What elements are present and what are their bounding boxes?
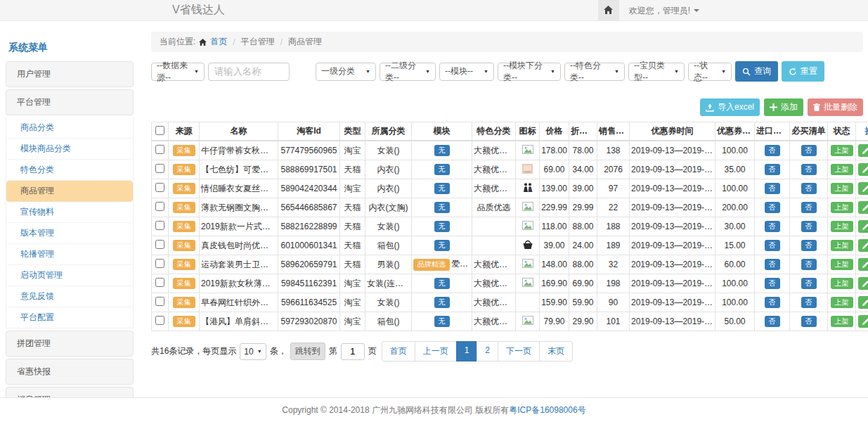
feature-category-filter[interactable]: --特色分类--	[564, 63, 625, 81]
must-buy-toggle[interactable]: 否	[801, 240, 817, 252]
reset-button[interactable]: 重置	[782, 61, 824, 82]
jump-button[interactable]: 跳转到	[290, 343, 325, 360]
edit-button[interactable]	[858, 277, 868, 290]
import-select-toggle[interactable]: 否	[765, 164, 780, 176]
row-checkbox[interactable]	[155, 316, 164, 325]
pager-item[interactable]: 末页	[539, 341, 573, 362]
pager-item[interactable]: 下一页	[498, 341, 540, 362]
status-badge[interactable]: 上架	[831, 297, 853, 309]
row-checkbox[interactable]	[155, 164, 164, 173]
edit-button[interactable]	[858, 296, 868, 309]
import-select-toggle[interactable]: 否	[765, 145, 780, 157]
coupon-time: 2019-09-13—2019-09-17	[630, 293, 715, 312]
sidebar-group[interactable]: 用户管理	[6, 61, 134, 87]
home-button[interactable]	[598, 0, 619, 21]
edit-button[interactable]	[858, 258, 868, 271]
must-buy-toggle[interactable]: 否	[801, 278, 817, 290]
must-buy-toggle[interactable]: 否	[801, 221, 817, 233]
status-badge[interactable]: 上架	[831, 316, 853, 328]
sidebar-group[interactable]: 平台管理	[6, 89, 134, 115]
name-search-input[interactable]	[208, 63, 290, 81]
edit-button[interactable]	[858, 182, 868, 195]
must-buy-toggle[interactable]: 否	[801, 316, 817, 328]
module-filter[interactable]: --模块--	[439, 63, 494, 81]
row-checkbox[interactable]	[155, 259, 164, 268]
import-select-toggle[interactable]: 否	[765, 297, 780, 309]
sidebar-sub-item[interactable]: 商品分类	[6, 117, 133, 139]
row-checkbox[interactable]	[155, 278, 164, 287]
column-header: 名称	[200, 122, 278, 141]
sidebar-group[interactable]: 拼团管理	[6, 331, 134, 357]
sidebar-sub-item[interactable]: 意见反馈	[6, 286, 133, 307]
status-badge[interactable]: 上架	[831, 202, 853, 214]
add-button[interactable]: 添加	[764, 98, 803, 116]
page-current[interactable]: 1	[456, 341, 478, 362]
pager-item[interactable]: 上一页	[415, 341, 457, 362]
status-badge[interactable]: 上架	[831, 259, 853, 271]
row-checkbox[interactable]	[155, 240, 164, 249]
page-number-input[interactable]	[341, 343, 365, 360]
status-badge[interactable]: 上架	[831, 183, 853, 195]
product-type: 淘宝	[340, 293, 365, 312]
level1-category-filter[interactable]: 一级分类	[316, 63, 376, 81]
batch-delete-button[interactable]: 批量删除	[808, 98, 863, 116]
import-select-toggle[interactable]: 否	[765, 221, 780, 233]
user-menu[interactable]: 欢迎您，管理员!	[629, 5, 699, 17]
select-all-checkbox[interactable]	[155, 126, 164, 135]
import-select-toggle[interactable]: 否	[765, 202, 780, 214]
sidebar-sub-item[interactable]: 版本管理	[6, 223, 133, 244]
import-select-toggle[interactable]: 否	[765, 183, 780, 195]
row-checkbox[interactable]	[155, 221, 164, 230]
sidebar-sub-item[interactable]: 特色分类	[6, 160, 133, 181]
must-buy-toggle[interactable]: 否	[801, 259, 817, 271]
edit-button[interactable]	[858, 163, 868, 176]
row-checkbox[interactable]	[155, 297, 164, 306]
edit-button[interactable]	[858, 220, 868, 233]
item-type-filter[interactable]: --宝贝类型--	[628, 63, 685, 81]
search-icon	[742, 68, 751, 76]
import-select-toggle[interactable]: 否	[765, 259, 780, 271]
must-buy-toggle[interactable]: 否	[801, 202, 817, 214]
row-checkbox[interactable]	[155, 202, 164, 211]
must-buy-toggle[interactable]: 否	[801, 183, 817, 195]
module-badge: 品牌精选	[413, 259, 450, 271]
data-source-filter[interactable]: --数据来源--	[151, 63, 205, 81]
level2-category-filter[interactable]: --二级分类--	[380, 63, 436, 81]
row-checkbox[interactable]	[155, 183, 164, 192]
icp-link[interactable]: 粤ICP备16098006号	[509, 404, 585, 416]
sidebar-sub-item[interactable]: 宣传物料	[6, 202, 133, 223]
module-sub-category-filter[interactable]: --模块下分类--	[498, 63, 561, 81]
status-badge[interactable]: 上架	[831, 221, 853, 233]
sidebar-group[interactable]: 省惠快报	[6, 359, 134, 385]
sidebar-sub-item[interactable]: 平台配置	[6, 307, 133, 328]
must-buy-toggle[interactable]: 否	[801, 297, 817, 309]
edit-button[interactable]	[858, 144, 868, 157]
must-buy-toggle[interactable]: 否	[801, 145, 817, 157]
pager-item[interactable]: 2	[477, 341, 498, 362]
status-filter[interactable]: --状态--	[688, 63, 732, 81]
per-page-select[interactable]: 10	[240, 343, 266, 360]
import-select-toggle[interactable]: 否	[765, 278, 780, 290]
sidebar-group-label: 省惠快报	[17, 366, 122, 378]
status-badge[interactable]: 上架	[831, 164, 853, 176]
edit-button[interactable]	[858, 315, 868, 328]
table-row: 采集【港风】单肩斜跨链条...597293020870淘宝箱包()无大额优惠券7…	[152, 312, 868, 331]
edit-button[interactable]	[858, 201, 868, 214]
import-select-toggle[interactable]: 否	[765, 316, 780, 328]
status-badge[interactable]: 上架	[831, 278, 853, 290]
import-excel-button[interactable]: 导入excel	[700, 98, 760, 116]
edit-button[interactable]	[858, 239, 868, 252]
breadcrumb-home-link[interactable]: 首页	[210, 36, 227, 48]
search-button[interactable]: 查询	[735, 61, 778, 82]
import-select-toggle[interactable]: 否	[765, 240, 780, 252]
row-checkbox[interactable]	[155, 145, 164, 154]
pager-item[interactable]: 首页	[382, 341, 415, 362]
sidebar-sub-item[interactable]: 启动页管理	[6, 265, 133, 286]
must-buy-toggle[interactable]: 否	[801, 164, 817, 176]
column-header: 淘客Id	[278, 122, 340, 141]
sidebar-sub-item[interactable]: 模块商品分类	[6, 139, 133, 160]
sidebar-sub-item[interactable]: 轮播管理	[6, 244, 133, 265]
status-badge[interactable]: 上架	[831, 240, 853, 252]
status-badge[interactable]: 上架	[831, 145, 853, 157]
sidebar-item-active[interactable]: 商品管理	[6, 181, 133, 202]
